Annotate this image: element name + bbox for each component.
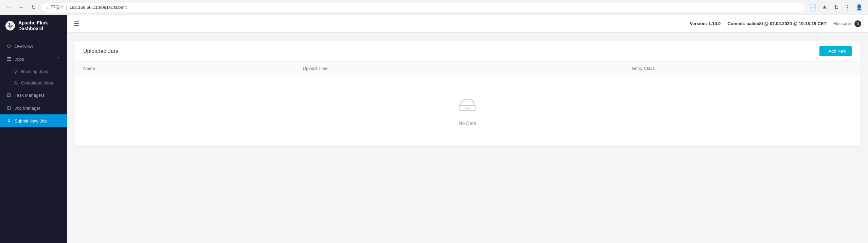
commit-label: Commit: bbox=[727, 21, 745, 26]
table-header: Name Upload Time Entry Class bbox=[75, 62, 860, 75]
uploaded-jars-card: Uploaded Jars + Add New Name Upload Time… bbox=[75, 41, 860, 146]
sidebar-item-running-jobs-label: Running Jobs bbox=[21, 69, 48, 74]
commit-value: aa4eb8f @ 07.02.2020 @ 19:18:19 CET bbox=[747, 21, 827, 26]
more-button[interactable]: ⋮ bbox=[843, 3, 852, 12]
completed-jobs-icon: ◎ bbox=[14, 80, 18, 86]
col-entry-class: Entry Class bbox=[632, 66, 852, 71]
reload-button[interactable]: ↻ bbox=[29, 3, 38, 12]
address-bar[interactable]: ⚠ 不安全 | 192.168.66.11:8081/#/submit bbox=[41, 3, 805, 12]
hamburger-icon[interactable]: ☰ bbox=[74, 20, 79, 27]
message-count-badge: 0 bbox=[854, 20, 861, 27]
sidebar-item-running-jobs[interactable]: ◎ Running Jobs bbox=[0, 66, 67, 77]
card-header: Uploaded Jars + Add New bbox=[75, 41, 860, 62]
sidebar-item-submit-new-job[interactable]: ⇓ Submit New Job bbox=[0, 114, 67, 127]
sidebar-item-overview[interactable]: ⊙ Overview bbox=[0, 40, 67, 53]
jobs-arrow-icon: ⌃ bbox=[57, 57, 60, 61]
sidebar-item-completed-jobs[interactable]: ◎ Completed Jobs bbox=[0, 77, 67, 89]
running-jobs-icon: ◎ bbox=[14, 69, 18, 74]
main-area: ☰ Version: 1.10.0 Commit: aa4eb8f @ 07.0… bbox=[67, 15, 868, 243]
topbar-right: Version: 1.10.0 Commit: aa4eb8f @ 07.02.… bbox=[690, 20, 861, 27]
version-info: Version: 1.10.0 bbox=[690, 21, 721, 26]
app-title: Apache Flink Dashboard bbox=[18, 20, 61, 32]
browser-chrome: ← → ↻ ⚠ 不安全 | 192.168.66.11:8081/#/submi… bbox=[0, 0, 868, 15]
empty-state: No Data bbox=[75, 75, 860, 146]
extensions-button[interactable]: 📄 bbox=[808, 3, 818, 12]
col-upload-time: Upload Time bbox=[303, 66, 632, 71]
sidebar-item-jobs-label: Jobs bbox=[15, 57, 24, 62]
bookmark-button[interactable]: ★ bbox=[820, 3, 829, 12]
task-managers-icon: ⊞ bbox=[7, 92, 11, 98]
col-name: Name bbox=[83, 66, 303, 71]
sidebar-item-job-manager-label: Job Manager bbox=[15, 106, 40, 111]
empty-text: No Data bbox=[459, 120, 476, 126]
topbar-left: ☰ bbox=[74, 20, 79, 27]
sidebar-nav: ⊙ Overview ☰ Jobs ⌃ ◎ Running Jobs ◎ Com… bbox=[0, 37, 67, 243]
sidebar-item-jobs[interactable]: ☰ Jobs ⌃ bbox=[0, 53, 67, 66]
svg-text:🦆: 🦆 bbox=[7, 22, 14, 29]
submit-new-job-icon: ⇓ bbox=[7, 118, 11, 124]
content-area: Uploaded Jars + Add New Name Upload Time… bbox=[67, 33, 868, 243]
security-warning-text: 不安全 bbox=[51, 4, 64, 11]
profile-button[interactable]: 👤 bbox=[854, 3, 864, 12]
back-button[interactable]: ← bbox=[4, 3, 14, 12]
add-new-button[interactable]: + Add New bbox=[819, 46, 852, 56]
flink-logo: 🦆 bbox=[5, 20, 15, 32]
commit-info: Commit: aa4eb8f @ 07.02.2020 @ 19:18:19 … bbox=[727, 21, 826, 26]
sidebar-item-job-manager[interactable]: ⊞ Job Manager bbox=[0, 101, 67, 114]
empty-state-icon bbox=[457, 96, 478, 116]
browser-actions: 📄 ★ ⇅ ⋮ 👤 bbox=[808, 3, 864, 12]
forward-button[interactable]: → bbox=[16, 3, 26, 12]
sidebar: 🦆 Apache Flink Dashboard ⊙ Overview ☰ Jo… bbox=[0, 15, 67, 243]
url-separator: | bbox=[66, 5, 67, 10]
message-info: Message: 0 bbox=[833, 20, 861, 27]
overview-icon: ⊙ bbox=[7, 43, 11, 49]
sidebar-item-completed-jobs-label: Completed Jobs bbox=[21, 80, 53, 86]
jobs-icon: ☰ bbox=[7, 56, 11, 62]
job-manager-icon: ⊞ bbox=[7, 105, 11, 111]
sidebar-item-overview-label: Overview bbox=[15, 44, 33, 49]
svg-rect-2 bbox=[459, 106, 476, 110]
sidebar-item-submit-new-job-label: Submit New Job bbox=[15, 118, 47, 124]
sidebar-item-task-managers[interactable]: ⊞ Task Managers bbox=[0, 89, 67, 101]
sidebar-header: 🦆 Apache Flink Dashboard bbox=[0, 15, 67, 37]
url-text: 192.168.66.11:8081/#/submit bbox=[69, 5, 126, 10]
version-value: 1.10.0 bbox=[708, 21, 721, 26]
sidebar-item-task-managers-label: Task Managers bbox=[15, 93, 45, 98]
version-label: Version: bbox=[690, 21, 707, 26]
app: 🦆 Apache Flink Dashboard ⊙ Overview ☰ Jo… bbox=[0, 15, 868, 243]
card-title: Uploaded Jars bbox=[83, 48, 118, 54]
sync-button[interactable]: ⇅ bbox=[831, 3, 841, 12]
security-warning-icon: ⚠ bbox=[45, 5, 49, 10]
message-label: Message: bbox=[833, 21, 852, 26]
topbar: ☰ Version: 1.10.0 Commit: aa4eb8f @ 07.0… bbox=[67, 15, 868, 33]
